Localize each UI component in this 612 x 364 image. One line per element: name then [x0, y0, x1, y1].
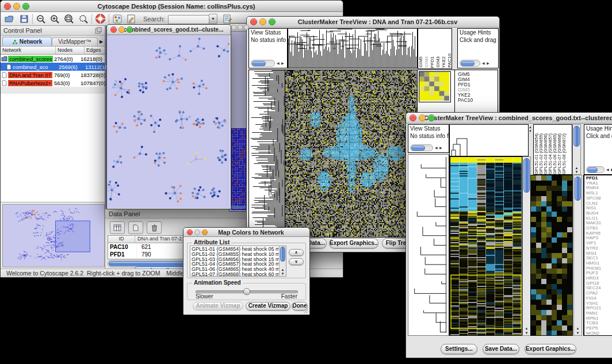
tv1-column-labels[interactable]: GIM5GIM4PFD1GIM3YKE2PAC10 [418, 28, 452, 69]
map-colors-dialog[interactable]: Map Colors to Network Attribute List GPL… [183, 227, 310, 315]
animate-vizmap-button[interactable]: Animate Vizmap [193, 302, 243, 311]
treeview-combined-window[interactable]: ClusterMaker TreeView : combined_scores_… [406, 112, 612, 358]
tab-overflow-icon[interactable]: ▶ [100, 38, 103, 46]
float-panel-icon[interactable] [95, 27, 102, 34]
tv2-column-dendrogram[interactable] [449, 124, 529, 156]
network-row-dna-tran[interactable]: DNA and Tran 07 769(0) 183728(0) [1, 71, 105, 79]
network-row-combined-scores[interactable]: combined_scores 2764(0) 16218(0) [1, 55, 105, 63]
tv2-row-dendrogram[interactable] [408, 154, 450, 336]
zoom-in-icon[interactable] [49, 14, 60, 24]
zoom-window-icon[interactable] [22, 3, 29, 10]
id-column-header[interactable]: ID [108, 236, 135, 243]
move-up-button[interactable]: ∧ [289, 249, 304, 256]
tv2-zoom-heatmap[interactable] [530, 175, 573, 336]
move-down-button[interactable]: ∨ [289, 258, 304, 265]
tv2-gene-list-panel[interactable]: PFD1YRA1RNR4MSL1SPC98CLN1NIS1BUD4ELG1MAK… [583, 175, 612, 336]
cytoscape-titlebar[interactable]: Cytoscape Desktop (Session Name: collins… [1, 1, 343, 12]
tv2-heatmap[interactable] [450, 156, 522, 336]
scroll-up-icon[interactable]: ▲ [573, 166, 580, 170]
minimize-icon[interactable] [13, 3, 20, 10]
minimize-icon[interactable] [259, 18, 266, 25]
column-label[interactable]: GIM4 [424, 56, 429, 68]
tv1-usage-scrollbar[interactable]: ◀ ▶ [460, 60, 490, 66]
column-label[interactable]: PAC10 [447, 53, 452, 68]
column-label[interactable]: PFD1 [430, 56, 435, 68]
minimize-icon[interactable] [419, 114, 426, 121]
slider-thumb[interactable] [243, 288, 250, 295]
delete-attribute-button[interactable] [147, 221, 162, 234]
attribute-list-scrollbar[interactable]: ▲ ▼ [279, 246, 286, 276]
tv2-save-data-button[interactable]: Save Data... [483, 344, 519, 354]
minimize-icon[interactable] [194, 229, 200, 235]
col-header-nodes[interactable]: Nodes [56, 47, 85, 54]
column-label[interactable]: YKE2 [441, 56, 446, 68]
close-icon[interactable] [110, 26, 117, 33]
zoom-out-icon[interactable] [36, 14, 46, 24]
column-label[interactable]: GIM5 [418, 56, 423, 68]
treeview-combined-titlebar[interactable]: ClusterMaker TreeView : combined_scores_… [406, 113, 612, 124]
resize-grip-icon[interactable] [303, 308, 309, 314]
select-attributes-button[interactable] [110, 221, 125, 234]
zoom-window-icon[interactable] [269, 18, 276, 25]
minimize-icon[interactable] [238, 25, 243, 30]
network-view-window[interactable]: combined_scores_good.txt--cluste... [106, 24, 231, 209]
vizmapper-icon[interactable] [112, 14, 123, 24]
zoom-selected-icon[interactable] [78, 14, 89, 24]
attribute-listbox[interactable]: GPL51-01 (GSM854) heat shock 05 minGPL51… [190, 246, 286, 277]
network-view-titlebar[interactable]: combined_scores_good.txt--cluste... [107, 25, 231, 35]
tv1-heatmap[interactable] [285, 70, 418, 237]
tv1-row-dendrogram[interactable] [248, 70, 285, 237]
scroll-arrows-icon[interactable]: ◀ ▶ [606, 166, 612, 173]
gene-name[interactable]: MON2 [586, 331, 612, 336]
save-icon[interactable] [19, 14, 29, 24]
zoom-fit-icon[interactable] [63, 14, 75, 24]
treeview-dna-titlebar[interactable]: ClusterMaker TreeView : DNA and Tran 07-… [247, 17, 499, 28]
attribute-item[interactable]: GPL51-07 (GSM868) heat shock 60 min [192, 272, 286, 277]
scroll-down-icon[interactable]: ▼ [523, 331, 530, 335]
scroll-down-icon[interactable]: ▼ [573, 170, 580, 174]
open-folder-icon[interactable] [4, 14, 14, 24]
tv2-heatmap-scrollbar[interactable]: ▲ ▼ [522, 156, 531, 336]
tv2-labels-scrollbar[interactable]: ▲ ▼ [572, 124, 581, 175]
network-row-combined-sco[interactable]: combined_sco 2569(6) 13112(15) [1, 63, 105, 71]
network-row-rnapuber[interactable]: RNAPuberNov2+ 563(0) 107847(0) [1, 79, 105, 87]
tv2-usage-scrollbar[interactable]: ◀ ▶ [586, 166, 612, 173]
tv1-column-dendrogram[interactable] [288, 28, 418, 68]
tv1-cluster-matrix[interactable] [419, 72, 449, 101]
scroll-up-icon[interactable]: ▲ [523, 327, 530, 330]
tab-network[interactable]: Network [2, 37, 52, 46]
search-input[interactable] [168, 15, 209, 24]
close-icon[interactable] [4, 3, 11, 10]
close-icon[interactable] [410, 114, 416, 121]
help-lifebuoy-icon[interactable] [95, 13, 106, 24]
zoom-window-icon[interactable] [202, 229, 208, 235]
dense-network-canvas[interactable] [230, 32, 248, 210]
attribute-browser-icon[interactable] [222, 14, 232, 24]
tv2-col-arrows-icon[interactable]: ▲▼ [529, 125, 532, 133]
minimize-icon[interactable] [118, 26, 125, 33]
tv2-column-labels[interactable]: GPL51-01 (GSM854)GPL51-02 (GSM855)GPL51-… [533, 124, 572, 175]
scroll-up-icon[interactable]: ▲ [574, 327, 582, 330]
network-graph-canvas[interactable] [107, 35, 230, 208]
network-overview-thumbnail[interactable] [2, 204, 105, 267]
zoom-window-icon[interactable] [428, 114, 435, 121]
annotation-icon[interactable] [126, 14, 136, 24]
column-label[interactable]: GPL51-08 (GSM872) [562, 133, 567, 174]
create-vizmap-button[interactable]: Create Vizmap [246, 302, 290, 311]
col-header-network[interactable]: Network [1, 47, 56, 54]
scroll-arrows-icon[interactable]: ◀ ▶ [482, 60, 490, 67]
tv2-settings-button[interactable]: Settings... [441, 344, 477, 354]
close-icon[interactable] [250, 18, 257, 25]
tv2-status-scrollbar[interactable]: ◀ ▶ [410, 144, 443, 151]
tv1-status-scrollbar[interactable]: ◀ ▶ [251, 60, 285, 66]
tab-vizmapper[interactable]: VizMapper™ [52, 37, 98, 46]
new-attribute-button[interactable] [128, 221, 143, 234]
zoom-window-icon[interactable] [127, 26, 133, 33]
tv2-export-graphics-button[interactable]: Export Graphics... [525, 344, 576, 354]
column-label[interactable]: GIM3 [435, 56, 441, 68]
gene-name[interactable]: PAC10 [458, 98, 473, 103]
close-icon[interactable] [231, 25, 236, 30]
map-colors-titlebar[interactable]: Map Colors to Network [183, 228, 309, 237]
col-header-edges[interactable]: Edges [85, 47, 105, 54]
close-icon[interactable] [187, 229, 193, 235]
